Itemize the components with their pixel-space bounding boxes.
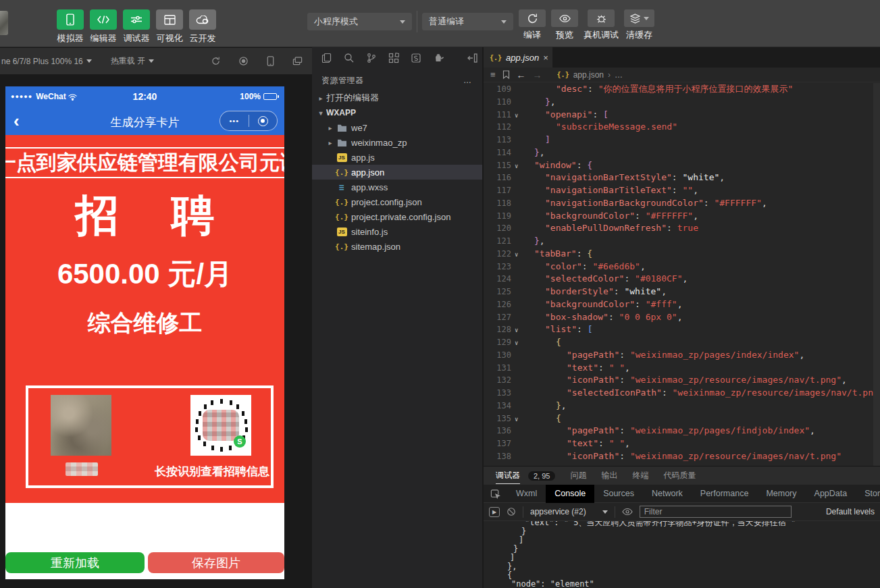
exit-circle-button[interactable] <box>249 116 278 126</box>
panel-tab-1[interactable]: 问题 <box>570 470 586 481</box>
context-dropdown[interactable]: appservice (#2) <box>530 507 608 516</box>
code-line-127[interactable]: 127"box-shadow": "0 0 6px 0", <box>484 311 880 324</box>
code-line-124[interactable]: 124"selectedColor": "#0180CF", <box>484 273 880 286</box>
search-icon[interactable] <box>344 53 355 63</box>
fold-chevron-icon[interactable]: ∨ <box>515 248 518 261</box>
devtools-tab-sources[interactable]: Sources <box>594 485 643 503</box>
devtools-tab-wxml[interactable]: Wxml <box>507 485 546 503</box>
fold-chevron-icon[interactable]: ∨ <box>515 337 518 350</box>
s-box-icon[interactable] <box>411 53 421 63</box>
console-filter-input[interactable] <box>640 506 792 518</box>
panel-tab-debugger[interactable]: 调试器 <box>496 470 520 484</box>
tree-item-app-json[interactable]: {.} app.json <box>312 165 482 180</box>
fold-chevron-icon[interactable]: ∨ <box>515 324 518 337</box>
nav-back-icon[interactable]: ← <box>517 70 526 80</box>
toolbar-button-simulator[interactable]: 模拟器 <box>57 9 84 45</box>
preview-button[interactable]: 预览 <box>551 9 578 41</box>
fold-chevron-icon[interactable]: ∨ <box>515 109 518 122</box>
editor-scrollbar[interactable] <box>873 83 880 466</box>
code-line-132[interactable]: 132"iconPath": "weixinmao_zp/resource/im… <box>484 374 880 387</box>
tree-item-app-wxss[interactable]: ≡ app.wxss <box>312 180 482 194</box>
explorer-more-button[interactable]: … <box>463 76 473 85</box>
appmode-dropdown[interactable]: 小程序模式 <box>307 13 412 30</box>
blocks-icon[interactable] <box>388 53 399 63</box>
toolbar-button-visualization[interactable]: 可视化 <box>156 9 183 45</box>
tree-item-weixinmao_zp[interactable]: ▸ weixinmao_zp <box>312 135 482 150</box>
code-line-133[interactable]: 133"selectedIconPath": "weixinmao_zp/res… <box>484 387 880 400</box>
fold-chevron-icon[interactable]: ∨ <box>515 413 518 426</box>
code-line-125[interactable]: 125"borderStyle": "white", <box>484 286 880 298</box>
eval-play-icon[interactable]: ▶ <box>489 507 500 517</box>
devtools-tab-console[interactable]: Console <box>546 485 594 503</box>
devtools-tab-appdata[interactable]: AppData <box>806 485 856 503</box>
device-frame-icon[interactable] <box>266 56 275 66</box>
outline-list-icon[interactable]: ≡ <box>490 70 496 80</box>
record-icon[interactable] <box>238 56 249 66</box>
breadcrumb-file-label[interactable]: app.json <box>573 70 604 80</box>
code-line-113[interactable]: 113] <box>484 134 880 146</box>
compile-mode-dropdown[interactable]: 普通编译 <box>422 13 513 30</box>
clear-console-icon[interactable] <box>507 507 516 516</box>
more-dots-button[interactable]: ••• <box>220 117 249 125</box>
tree-item-siteinfo-js[interactable]: JS siteinfo.js <box>312 224 482 239</box>
console-output[interactable]: "text": " 5、当天应聘人员需带齐行李物品+身份证件，当天安排住宿 "}… <box>484 521 880 588</box>
tree-item-sitemap-json[interactable]: {.} sitemap.json <box>312 239 482 254</box>
toolbar-button-cloud-dev[interactable]: 云开发 <box>189 9 216 45</box>
code-line-138[interactable]: 138"iconPath": "weixinmao_zp/resource/im… <box>484 450 880 463</box>
teapot-icon[interactable] <box>433 53 444 63</box>
code-line-121[interactable]: 121}, <box>484 235 880 248</box>
bookmark-icon[interactable] <box>502 70 510 79</box>
code-line-123[interactable]: 123"color": "#6e6d6b", <box>484 261 880 273</box>
tree-section-wxapp[interactable]: ▾ WXAPP <box>312 105 482 120</box>
tree-section-open-editors[interactable]: ▸ 打开的编辑器 <box>312 90 482 105</box>
tree-item-project-private-config-json[interactable]: {.} project.private.config.json <box>312 209 482 224</box>
inspect-cursor-icon[interactable] <box>484 489 507 499</box>
devtools-tab-network[interactable]: Network <box>643 485 692 503</box>
tree-item-app-js[interactable]: JS app.js <box>312 150 482 165</box>
collapse-sidebar-icon[interactable] <box>467 53 478 63</box>
code-line-112[interactable]: 112"subscribeMessage.send" <box>484 121 880 134</box>
save-image-button[interactable]: 保存图片 <box>148 552 284 573</box>
clear-cache-button[interactable]: 清缓存 <box>624 9 654 41</box>
code-line-110[interactable]: 110}, <box>484 96 880 109</box>
tab-app-json[interactable]: {.} app.json × <box>484 47 552 68</box>
git-branch-icon[interactable] <box>366 53 377 63</box>
code-line-119[interactable]: 119"backgroundColor": "#FFFFFF", <box>484 210 880 223</box>
code-line-111[interactable]: 111∨"openapi": [ <box>484 109 880 122</box>
restart-icon[interactable] <box>211 56 221 66</box>
miniprogram-qr-code[interactable]: S <box>190 395 251 456</box>
devtools-tab-storage[interactable]: Storage <box>856 485 880 503</box>
code-line-130[interactable]: 130"pagePath": "weixinmao_zp/pages/index… <box>484 349 880 362</box>
code-line-122[interactable]: 122∨"tabBar": { <box>484 248 880 261</box>
tree-item-project-config-json[interactable]: {.} project.config.json <box>312 194 482 209</box>
code-line-137[interactable]: 137"text": " ", <box>484 437 880 450</box>
code-line-131[interactable]: 131"text": " ", <box>484 362 880 375</box>
code-line-120[interactable]: 120"enablePullDownRefresh": true <box>484 222 880 235</box>
tree-item-we7[interactable]: ▸ we7 <box>312 120 482 135</box>
code-line-115[interactable]: 115∨"window": { <box>484 159 880 172</box>
code-line-134[interactable]: 134}, <box>484 400 880 412</box>
code-line-128[interactable]: 128∨"list": [ <box>484 323 880 336</box>
hot-reload-toggle[interactable]: 热重载 开 <box>111 55 154 67</box>
code-line-116[interactable]: 116"navigationBarTextStyle": "white", <box>484 171 880 184</box>
toolbar-button-editor[interactable]: 编辑器 <box>90 9 117 45</box>
device-selector[interactable]: ne 6/7/8 Plus 100% 16 <box>1 57 92 66</box>
toolbar-button-debugger[interactable]: 调试器 <box>123 9 150 45</box>
code-line-126[interactable]: 126"backgroundColor": "#fff", <box>484 298 880 311</box>
code-line-136[interactable]: 136"pagePath": "weixinmao_zp/pages/findj… <box>484 425 880 437</box>
multi-window-icon[interactable] <box>292 56 303 66</box>
compile-button[interactable]: 编译 <box>519 9 546 41</box>
fold-chevron-icon[interactable]: ∨ <box>515 160 518 173</box>
code-line-109[interactable]: 109"desc": "你的位置信息将用于小程序位置接口的效果展示" <box>484 83 880 96</box>
code-line-135[interactable]: 135∨{ <box>484 412 880 425</box>
panel-tab-3[interactable]: 终端 <box>632 470 648 481</box>
code-line-118[interactable]: 118"navigationBarBackgroundColor": "#FFF… <box>484 197 880 210</box>
panel-tab-2[interactable]: 输出 <box>601 470 617 481</box>
panel-tab-4[interactable]: 代码质量 <box>663 470 696 481</box>
remote-debug-button[interactable]: 真机调试 <box>584 9 619 41</box>
breadcrumb-more[interactable]: … <box>615 70 623 80</box>
close-icon[interactable]: × <box>543 53 548 63</box>
live-expression-eye-icon[interactable] <box>622 508 633 516</box>
code-line-129[interactable]: 129∨{ <box>484 336 880 349</box>
levels-dropdown[interactable]: Default levels <box>826 507 875 516</box>
